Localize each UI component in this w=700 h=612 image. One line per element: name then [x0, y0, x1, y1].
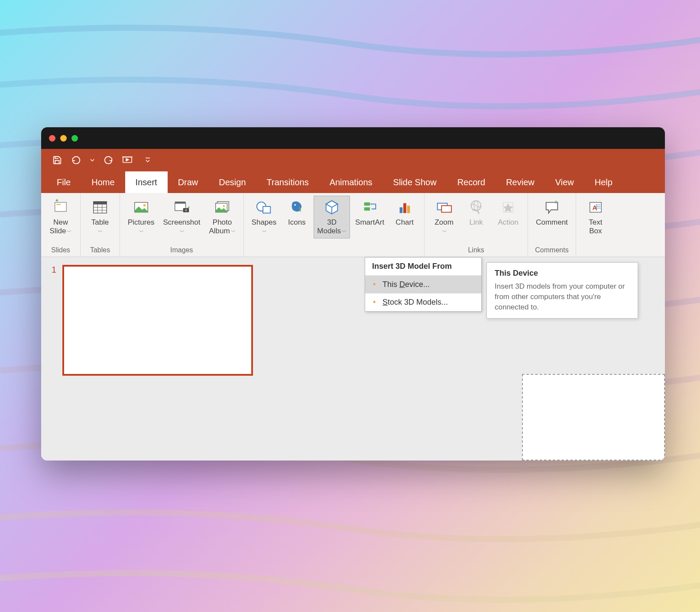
- tab-record[interactable]: Record: [447, 171, 496, 193]
- tab-slide-show[interactable]: Slide Show: [383, 171, 447, 193]
- icons-label: Icons: [288, 218, 306, 227]
- svg-rect-33: [441, 206, 451, 212]
- photo-album-icon: [213, 198, 231, 216]
- dropdown-item-this-device[interactable]: This Device...: [365, 276, 481, 293]
- action-label: Action: [498, 218, 519, 227]
- tab-help[interactable]: Help: [584, 171, 623, 193]
- svg-rect-3: [55, 203, 67, 212]
- svg-text:+: +: [554, 199, 558, 205]
- text-group-label: [580, 245, 611, 255]
- svg-point-14: [143, 204, 146, 206]
- slideshow-from-start-button[interactable]: [122, 155, 133, 166]
- dropdown-item-stock-3d-models[interactable]: Stock 3D Models...: [365, 293, 481, 311]
- comment-button[interactable]: + Comment: [532, 196, 571, 229]
- icons-button[interactable]: Icons: [282, 196, 312, 229]
- maximize-button[interactable]: [71, 135, 78, 142]
- undo-button[interactable]: [71, 155, 82, 166]
- ribbon-group-text: A Text Box: [576, 193, 615, 257]
- screenshot-icon: +: [172, 198, 191, 216]
- tab-transitions[interactable]: Transitions: [256, 171, 319, 193]
- pictures-label: Pictures﹀: [128, 218, 154, 236]
- comments-group-label: Comments: [532, 245, 571, 255]
- illustrations-group-label: [248, 245, 420, 255]
- shapes-icon: [255, 198, 273, 216]
- action-button[interactable]: Action: [493, 196, 523, 229]
- smartart-icon: [361, 198, 379, 216]
- titlebar: [41, 127, 665, 149]
- text-box-button[interactable]: A Text Box: [580, 196, 611, 238]
- photo-album-button[interactable]: Photo Album﹀: [205, 196, 239, 238]
- tab-design[interactable]: Design: [208, 171, 256, 193]
- tab-home[interactable]: Home: [81, 171, 125, 193]
- tab-file[interactable]: File: [46, 171, 81, 193]
- close-button[interactable]: [49, 135, 55, 142]
- svg-rect-30: [403, 203, 406, 213]
- svg-rect-6: [57, 199, 58, 202]
- zoom-button[interactable]: Zoom﹀: [429, 196, 459, 238]
- svg-rect-28: [364, 207, 369, 211]
- link-button[interactable]: Link: [461, 196, 491, 229]
- tab-insert[interactable]: Insert: [125, 171, 168, 193]
- svg-rect-4: [57, 204, 61, 205]
- dropdown-header: Insert 3D Model From: [365, 258, 481, 276]
- ribbon-group-links: Zoom﹀ Link Action Links: [425, 193, 528, 257]
- shapes-button[interactable]: Shapes﹀: [248, 196, 280, 238]
- icons-icon: [288, 198, 306, 216]
- 3d-models-button[interactable]: 3D Models﹀: [314, 196, 350, 238]
- table-icon: [91, 198, 109, 216]
- smartart-button[interactable]: SmartArt: [352, 196, 388, 229]
- zoom-icon: [435, 198, 453, 216]
- tab-view[interactable]: View: [545, 171, 584, 193]
- svg-rect-29: [400, 207, 403, 213]
- pictures-icon: [132, 198, 150, 216]
- redo-button[interactable]: [103, 155, 114, 166]
- tab-draw[interactable]: Draw: [168, 171, 209, 193]
- cube-icon: [323, 198, 341, 216]
- undo-dropdown[interactable]: [90, 155, 95, 166]
- slides-group-label: Slides: [45, 245, 76, 255]
- screenshot-label: Screenshot﹀: [163, 218, 200, 236]
- comment-label: Comment: [536, 218, 568, 227]
- ribbon: New Slide﹀ Slides Table﹀ Tables Pictures…: [41, 193, 665, 257]
- screenshot-button[interactable]: + Screenshot﹀: [159, 196, 204, 238]
- powerpoint-window: File Home Insert Draw Design Transitions…: [41, 127, 665, 461]
- shapes-label: Shapes﹀: [252, 218, 277, 236]
- svg-rect-8: [94, 202, 107, 205]
- chart-label: Chart: [395, 218, 414, 227]
- 3d-models-dropdown: Insert 3D Model From This Device... Stoc…: [365, 257, 482, 312]
- svg-rect-16: [175, 202, 186, 204]
- table-label: Table﹀: [91, 218, 109, 236]
- tab-review[interactable]: Review: [496, 171, 545, 193]
- save-button[interactable]: [52, 155, 63, 166]
- new-slide-label: New Slide﹀: [50, 218, 72, 236]
- svg-rect-27: [364, 203, 369, 206]
- tab-animations[interactable]: Animations: [319, 171, 383, 193]
- svg-rect-24: [263, 206, 271, 213]
- svg-point-22: [223, 205, 225, 207]
- ribbon-group-comments: + Comment Comments: [528, 193, 576, 257]
- ribbon-group-tables: Table﹀ Tables: [81, 193, 120, 257]
- comment-icon: +: [543, 198, 561, 216]
- minimize-button[interactable]: [60, 135, 67, 142]
- svg-rect-31: [407, 206, 410, 213]
- table-button[interactable]: Table﹀: [85, 196, 115, 238]
- smartart-label: SmartArt: [355, 218, 384, 227]
- ribbon-group-images: Pictures﹀ + Screenshot﹀ Photo Album﹀ Ima…: [120, 193, 244, 257]
- new-slide-button[interactable]: New Slide﹀: [45, 196, 76, 238]
- tooltip-title: This Device: [495, 269, 630, 278]
- ribbon-group-illustrations: Shapes﹀ Icons 3D Models﹀ SmartArt Chart: [244, 193, 425, 257]
- qat-customize-button[interactable]: [144, 155, 151, 166]
- slide-placeholder: [522, 374, 665, 461]
- tooltip-body: Insert 3D models from your computer or f…: [495, 281, 630, 312]
- chart-button[interactable]: Chart: [389, 196, 420, 229]
- slide-panel: 1: [41, 257, 292, 461]
- chart-icon: [395, 198, 414, 216]
- tooltip: This Device Insert 3D models from your c…: [486, 262, 638, 319]
- svg-point-25: [295, 204, 296, 206]
- ribbon-group-slides: New Slide﹀ Slides: [41, 193, 81, 257]
- pictures-button[interactable]: Pictures﹀: [124, 196, 158, 238]
- action-icon: [499, 198, 517, 216]
- slide-thumbnail-1[interactable]: 1: [52, 265, 282, 376]
- zoom-label: Zoom﹀: [434, 218, 453, 236]
- link-label: Link: [470, 218, 483, 227]
